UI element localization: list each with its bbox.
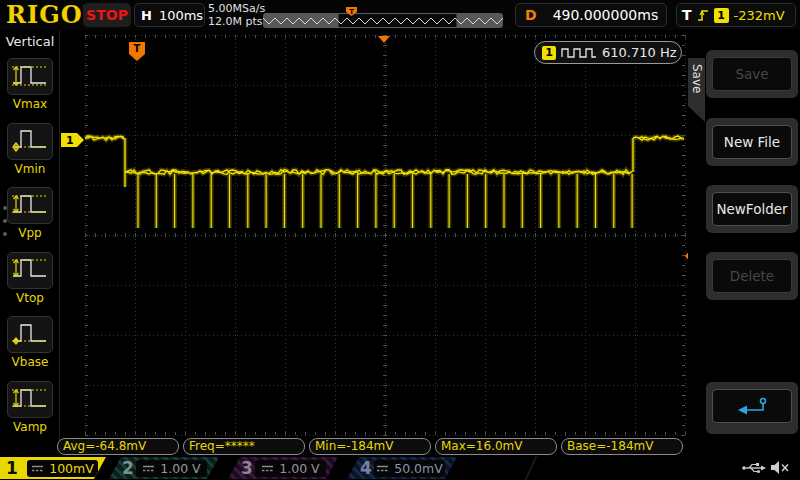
menu-item-label: Vpp [0, 226, 60, 240]
vmax-icon [10, 60, 50, 94]
channel-number: 3 [241, 457, 253, 479]
separator [525, 456, 538, 480]
counter-value: 610.710 Hz [602, 45, 677, 60]
menu-item-label: Vtop [0, 291, 60, 305]
menu-item-label: Vbase [0, 355, 60, 369]
trigger-slope-icon [697, 7, 709, 23]
menu-slot: Delete [706, 252, 798, 300]
menu-tab-save: Save [688, 58, 705, 122]
channel-2-tab[interactable]: 21.00 V [109, 457, 219, 479]
delay-value: 490.000000ms [553, 7, 659, 23]
trigger-level-value: -232mV [734, 8, 785, 23]
acquisition-info: 5.00MSa/s 12.0M pts [208, 2, 265, 28]
measurement-max: Max=16.0mV [435, 438, 557, 455]
channel-scale-box: 1.00 V [136, 460, 207, 477]
sample-rate: 5.00MSa/s [208, 2, 265, 15]
channel-scale-box: 50.0mV [374, 460, 445, 477]
channel-number: 1 [6, 457, 18, 479]
channel-scale: 1.00 V [160, 461, 200, 476]
vamp-icon [10, 383, 50, 417]
channel-4-tab[interactable]: 450.0mV [347, 457, 457, 479]
menu-item-vmax[interactable] [7, 58, 53, 95]
memory-position-bar [263, 13, 503, 28]
svg-text:T: T [349, 8, 354, 16]
vtop-icon [10, 253, 50, 287]
dc-coupling-icon [376, 464, 389, 473]
vbase-icon [10, 318, 50, 352]
horizontal-delay-box: D 490.000000ms [515, 3, 667, 27]
channel-scale-box: 1.00 V [255, 460, 326, 477]
menu-button-save: Save [712, 57, 792, 91]
oscilloscope-screen: RIGOL STOP H 100ms 5.00MSa/s 12.0M pts T… [0, 0, 800, 480]
top-bar: RIGOL STOP H 100ms 5.00MSa/s 12.0M pts T… [0, 0, 800, 30]
waveform-display: 1TT [60, 30, 697, 446]
menu-slot: Save [706, 50, 798, 98]
menu-item-vtop[interactable] [7, 252, 53, 289]
channel-scale: 1.00 V [279, 461, 319, 476]
svg-text:T: T [134, 43, 141, 54]
left-menu-title: Vertical [0, 34, 60, 49]
trigger-source-badge: 1 [714, 8, 729, 23]
right-menu-save: Save SaveNew FileNewFolderDelete [688, 30, 800, 446]
ch1-trace [85, 136, 684, 228]
menu-item-vamp[interactable] [7, 381, 53, 418]
d-label: D [525, 7, 537, 23]
channel-scale-box: 100mV [27, 460, 98, 477]
square-wave-icon [561, 46, 597, 59]
measurement-base: Base=-184mV [561, 438, 683, 455]
sound-muted-icon [770, 459, 790, 480]
menu-button-delete: Delete [712, 259, 792, 293]
menu-item-vbase[interactable] [7, 316, 53, 353]
return-arrow-icon [734, 395, 770, 417]
run-state-indicator[interactable]: STOP [83, 3, 131, 27]
menu-item-label: Vmax [0, 97, 60, 111]
menu-item-label: Vamp [0, 420, 60, 434]
vmin-icon [10, 124, 50, 158]
svg-text:1: 1 [66, 134, 74, 147]
channel-scale: 100mV [49, 461, 94, 476]
menu-button-return[interactable] [712, 389, 792, 423]
ch1-ground-marker: 1 [61, 133, 84, 147]
menu-slot: New File [706, 118, 798, 166]
timebase-value: 100ms [159, 8, 203, 23]
trigger-position-marker: T [129, 42, 145, 61]
vpp-icon [10, 189, 50, 223]
menu-item-label: Vmin [0, 162, 60, 176]
menu-slot [706, 382, 798, 434]
menu-button-new-file[interactable]: New File [712, 125, 792, 159]
channel-scale: 50.0mV [394, 461, 443, 476]
counter-channel-badge: 1 [542, 46, 556, 60]
menu-item-vmin[interactable] [7, 123, 53, 160]
dc-coupling-icon [142, 464, 155, 473]
t-label: T [682, 7, 692, 23]
channel-3-tab[interactable]: 31.00 V [228, 457, 338, 479]
screen-center-marker [378, 36, 390, 43]
menu-slot: NewFolder [706, 185, 798, 233]
graticule [85, 35, 685, 435]
dc-coupling-icon [261, 464, 274, 473]
usb-icon [741, 460, 767, 479]
frequency-counter: 1 610.710 Hz [534, 41, 682, 64]
channel-number: 2 [122, 457, 134, 479]
menu-tab-label: Save [690, 64, 704, 93]
trigger-info-box: T 1 -232mV [676, 3, 796, 27]
channel-number: 4 [360, 457, 372, 479]
channel-status-bar: 1100mV21.00 V31.00 V450.0mV [0, 456, 800, 480]
horizontal-timebase-box: H 100ms [134, 3, 205, 27]
channel-1-tab[interactable]: 1100mV [0, 457, 106, 479]
menu-button-newfolder[interactable]: NewFolder [712, 192, 792, 226]
memory-depth: 12.0M pts [208, 15, 265, 28]
dc-coupling-icon [31, 464, 44, 473]
measurement-min: Min=-184mV [309, 438, 431, 455]
h-label: H [141, 8, 152, 23]
measurement-avg: Avg=-64.8mV [57, 438, 179, 455]
trigger-position-pin-icon: T [346, 2, 358, 12]
measurement-freq: Freq=***** [183, 438, 305, 455]
left-menu-vertical: Vertical VmaxVminVppVtopVbaseVamp [0, 30, 60, 446]
menu-item-vpp[interactable] [7, 187, 53, 224]
